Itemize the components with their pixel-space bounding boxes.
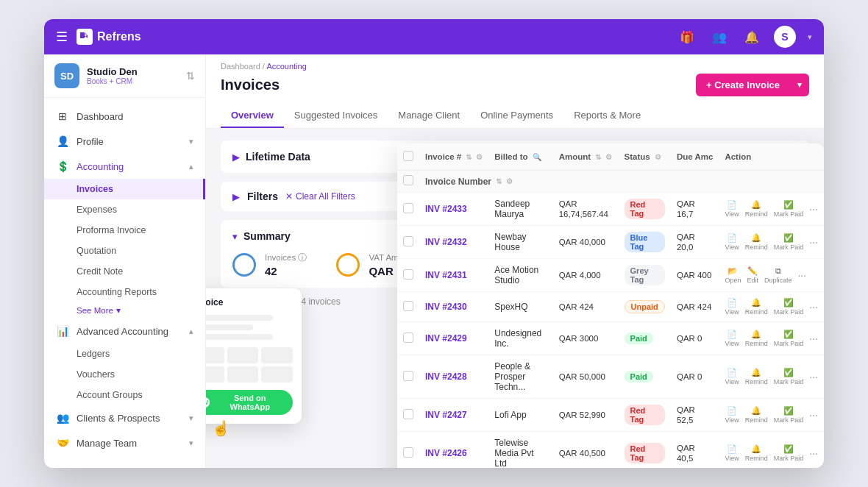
inv-num-filter-icon[interactable]: ⚙ — [506, 177, 513, 185]
card-grid-item-2 — [227, 347, 259, 363]
team-icon[interactable]: 👥 — [709, 26, 730, 47]
sidebar-sub-quotation[interactable]: Quotation — [44, 241, 205, 261]
tab-online-payments[interactable]: Online Payments — [470, 104, 563, 128]
mark-paid-btn-2433[interactable]: ✅Mark Paid — [774, 200, 804, 218]
workspace-header[interactable]: SD Studio Den Books + CRM ⇅ — [44, 54, 205, 98]
sidebar-sub-expenses[interactable]: Expenses — [44, 199, 205, 220]
sidebar-sub-vouchers[interactable]: Vouchers — [44, 364, 205, 385]
checkbox-2433[interactable] — [403, 203, 413, 213]
view-btn-2430[interactable]: 📄View — [725, 298, 739, 316]
billed-search-icon[interactable]: 🔍 — [533, 153, 541, 161]
sidebar-sub-accounting-reports[interactable]: Accounting Reports — [44, 282, 205, 302]
checkbox-2429[interactable] — [403, 333, 413, 343]
inv-link-2432[interactable]: INV #2432 — [425, 237, 467, 247]
sidebar-sub-account-groups[interactable]: Account Groups — [44, 385, 205, 405]
sidebar-sub-credit-note[interactable]: Credit Note — [44, 261, 205, 282]
duplicate-btn-2431[interactable]: ⧉Duplicate — [764, 266, 792, 284]
inv-link-2431[interactable]: INV #2431 — [425, 270, 467, 280]
invoice-sort-icon[interactable]: ⇅ — [466, 153, 472, 161]
amount-filter-icon[interactable]: ⚙ — [605, 153, 612, 161]
sidebar-item-clients[interactable]: 👥 Clients & Prospects ▾ — [44, 405, 205, 430]
tab-overview[interactable]: Overview — [221, 104, 284, 128]
more-btn-2433[interactable]: ··· — [809, 203, 818, 215]
tab-bar: Overview Suggested Invoices Manage Clien… — [221, 104, 809, 128]
tab-manage-client[interactable]: Manage Client — [388, 104, 470, 128]
more-btn-2429[interactable]: ··· — [809, 333, 818, 344]
remind-btn-2427[interactable]: 🔔Remind — [745, 406, 768, 424]
summary-circle-invoices — [232, 253, 256, 277]
table-row: INV #2428 People & Prosper Techn... QAR … — [397, 355, 824, 399]
summary-item-invoices: Invoices ⓘ 42 — [232, 252, 307, 277]
more-btn-2427[interactable]: ··· — [809, 409, 818, 421]
sidebar-sub-invoices[interactable]: Invoices — [44, 179, 205, 199]
accounting-icon: 💲 — [56, 160, 69, 173]
inv-link-2427[interactable]: INV #2427 — [425, 410, 467, 420]
inv-link-2428[interactable]: INV #2428 — [425, 372, 467, 382]
invoice-table: Invoice # ⇅ ⚙ Billed to 🔍 — [397, 143, 824, 468]
sidebar-item-advanced-accounting[interactable]: 📊 Advanced Accounting ▴ — [44, 319, 205, 344]
checkbox-2426[interactable] — [403, 447, 413, 458]
open-btn-2431[interactable]: 📂Open — [725, 266, 741, 284]
row-client-2432: Newbay House — [488, 226, 552, 259]
remind-btn-2433[interactable]: 🔔Remind — [745, 200, 768, 218]
view-btn-2433[interactable]: 📄View — [725, 200, 739, 218]
gift-icon[interactable]: 🎁 — [677, 26, 697, 47]
view-btn-2428[interactable]: 📄View — [725, 368, 739, 385]
clear-all-filters-button[interactable]: ✕ Clear All Filters — [285, 191, 355, 202]
filter-checkbox[interactable] — [403, 175, 413, 185]
more-btn-2426[interactable]: ··· — [809, 447, 818, 459]
sidebar-item-accounting[interactable]: 💲 Accounting ▴ — [44, 154, 205, 179]
tab-suggested[interactable]: Suggested Invoices — [284, 104, 388, 128]
inv-num-sort-icon[interactable]: ⇅ — [496, 177, 502, 185]
inv-link-2433[interactable]: INV #2433 — [425, 204, 467, 214]
select-all-checkbox[interactable] — [403, 151, 413, 161]
checkbox-2428[interactable] — [403, 371, 413, 381]
view-btn-2426[interactable]: 📄View — [725, 444, 739, 462]
hamburger-icon[interactable]: ☰ — [56, 29, 68, 45]
invoice-filter-icon[interactable]: ⚙ — [476, 153, 483, 161]
checkbox-2427[interactable] — [403, 409, 413, 419]
inv-link-2426[interactable]: INV #2426 — [425, 448, 467, 458]
amount-sort-icon[interactable]: ⇅ — [595, 153, 601, 161]
edit-btn-2431[interactable]: ✏️Edit — [747, 266, 758, 284]
remind-btn-2430[interactable]: 🔔Remind — [745, 298, 768, 316]
checkbox-2431[interactable] — [403, 269, 413, 280]
remind-btn-2428[interactable]: 🔔Remind — [745, 368, 768, 385]
see-more[interactable]: See More ▾ — [44, 302, 205, 319]
sidebar-sub-ledgers[interactable]: Ledgers — [44, 344, 205, 364]
tab-reports[interactable]: Reports & More — [563, 104, 651, 128]
mark-paid-btn-2426[interactable]: ✅Mark Paid — [774, 444, 804, 462]
view-btn-2427[interactable]: 📄View — [725, 406, 739, 424]
view-btn-2432[interactable]: 📄View — [725, 233, 739, 251]
mark-paid-btn-2430[interactable]: ✅Mark Paid — [774, 298, 804, 316]
row-checkbox-2431 — [397, 259, 419, 292]
bell-icon[interactable]: 🔔 — [741, 26, 762, 47]
sidebar-item-manage-team[interactable]: 🤝 Manage Team ▾ — [44, 430, 205, 455]
sidebar-sub-proforma[interactable]: Proforma Invoice — [44, 220, 205, 241]
more-btn-2432[interactable]: ··· — [809, 236, 818, 248]
inv-link-2430[interactable]: INV #2430 — [425, 302, 467, 312]
create-invoice-button[interactable]: + Create Invoice ▾ — [696, 74, 809, 96]
row-due-2429: QAR 0 — [671, 322, 719, 355]
status-filter-icon[interactable]: ⚙ — [655, 153, 661, 161]
more-btn-2430[interactable]: ··· — [809, 301, 818, 313]
avatar[interactable]: S — [774, 26, 796, 48]
checkbox-2432[interactable] — [403, 236, 413, 246]
mark-paid-btn-2428[interactable]: ✅Mark Paid — [774, 368, 804, 385]
checkbox-2430[interactable] — [403, 301, 413, 311]
more-btn-2428[interactable]: ··· — [809, 371, 818, 383]
inv-link-2429[interactable]: INV #2429 — [425, 333, 467, 344]
send-whatsapp-button[interactable]: W Send on WhatsApp — [206, 390, 293, 415]
remind-btn-2432[interactable]: 🔔Remind — [745, 233, 768, 251]
view-btn-2429[interactable]: 📄View — [725, 330, 739, 347]
mark-paid-btn-2429[interactable]: ✅Mark Paid — [774, 330, 804, 347]
lifetime-data-title: Lifetime Data — [246, 151, 310, 163]
create-invoice-caret-icon[interactable]: ▾ — [790, 74, 809, 96]
mark-paid-btn-2427[interactable]: ✅Mark Paid — [774, 406, 804, 424]
remind-btn-2429[interactable]: 🔔Remind — [745, 330, 768, 347]
sidebar-item-dashboard[interactable]: ⊞ Dashboard — [44, 104, 205, 129]
mark-paid-btn-2432[interactable]: ✅Mark Paid — [774, 233, 804, 251]
remind-btn-2426[interactable]: 🔔Remind — [745, 444, 768, 462]
more-btn-2431[interactable]: ··· — [797, 269, 806, 281]
sidebar-item-profile[interactable]: 👤 Profile ▾ — [44, 129, 205, 154]
